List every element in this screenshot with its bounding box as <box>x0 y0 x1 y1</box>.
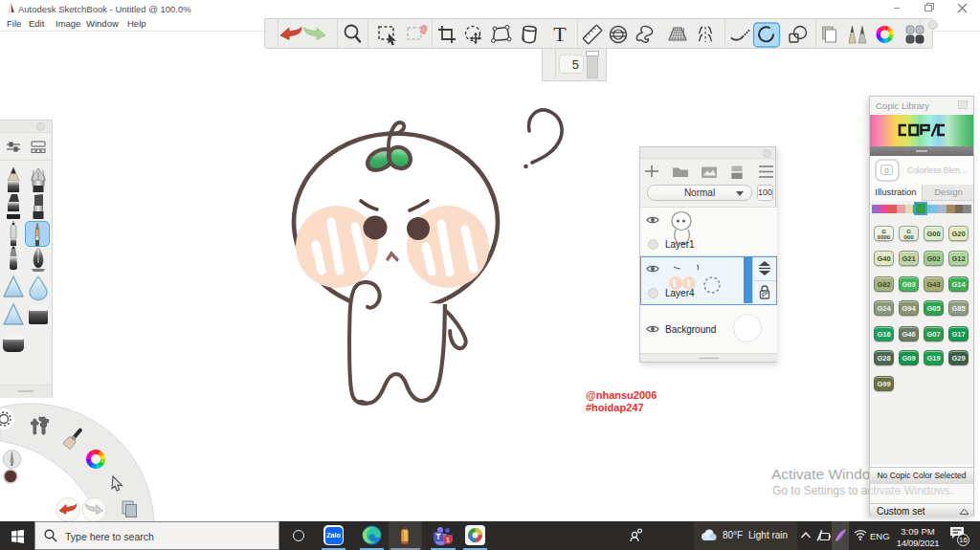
svg-text:T: T <box>553 22 567 46</box>
svg-text:1: 1 <box>446 536 451 544</box>
